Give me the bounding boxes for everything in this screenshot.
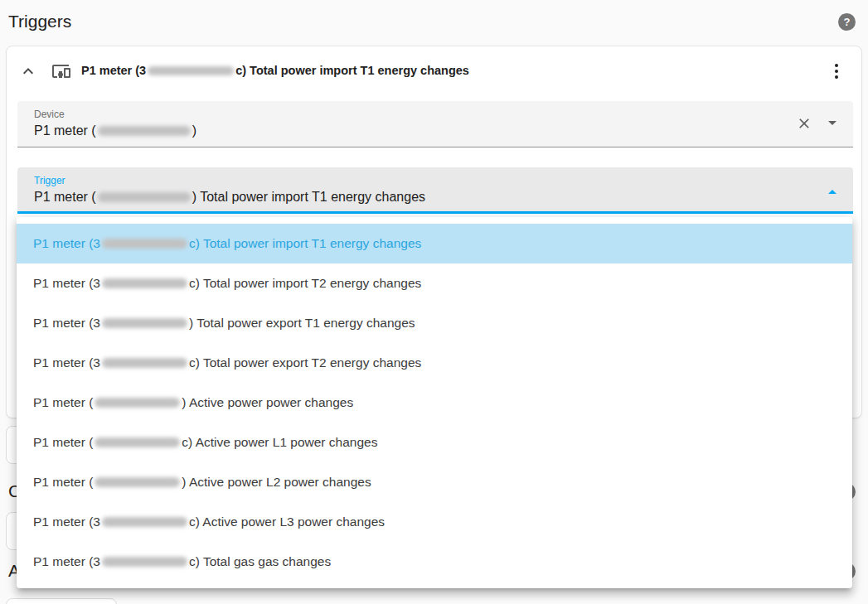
- dropdown-item[interactable]: P1 meter (3c) Total power import T2 ener…: [17, 263, 852, 303]
- close-icon: [796, 115, 812, 132]
- redacted-device-id: [102, 318, 187, 328]
- redacted-device-id: [102, 517, 187, 527]
- devices-icon: [51, 61, 71, 81]
- device-field[interactable]: Device P1 meter (): [17, 101, 853, 147]
- help-icon[interactable]: ?: [838, 13, 856, 31]
- dropdown-item-text-post: c) Total power import T2 energy changes: [189, 276, 421, 291]
- dropdown-item-text-pre: P1 meter (: [33, 435, 93, 450]
- overflow-menu-button[interactable]: [825, 60, 848, 83]
- dropdown-item-text-post: c) Active power L1 power changes: [182, 435, 377, 450]
- trigger-options-dropdown: P1 meter (3c) Total power import T1 ener…: [17, 217, 852, 588]
- clear-device-button[interactable]: [795, 114, 813, 133]
- trigger-field[interactable]: Trigger P1 meter () Total power import T…: [17, 167, 853, 214]
- redacted-device-id: [98, 192, 191, 202]
- kebab-icon: [835, 64, 838, 79]
- dropdown-item-text-post: c) Total power import T1 energy changes: [189, 236, 421, 251]
- redacted-device-id: [148, 66, 234, 75]
- dropdown-item-text-post: c) Total gas gas changes: [189, 554, 331, 569]
- trigger-field-label: Trigger: [34, 175, 65, 186]
- chevron-down-icon[interactable]: [827, 119, 838, 128]
- redacted-device-id: [95, 398, 180, 408]
- page-title: Triggers: [8, 12, 71, 31]
- dropdown-item-text-pre: P1 meter (: [33, 395, 93, 410]
- trigger-field-value: P1 meter () Total power import T1 energy…: [34, 190, 425, 205]
- dropdown-item-text-post: c) Total power export T2 energy changes: [189, 355, 421, 370]
- redacted-device-id: [95, 477, 180, 487]
- redacted-device-id: [98, 126, 191, 136]
- device-field-value: P1 meter (): [34, 123, 196, 138]
- trigger-card-header: P1 meter (3c) Total power import T1 ener…: [7, 55, 861, 91]
- dropdown-item-text-post: ) Total power export T1 energy changes: [189, 316, 415, 331]
- redacted-device-id: [95, 437, 180, 447]
- redacted-device-id: [102, 358, 187, 368]
- dropdown-item[interactable]: P1 meter () Active power L2 power change…: [17, 462, 852, 502]
- add-action-card-partial[interactable]: [6, 598, 117, 604]
- redacted-device-id: [102, 278, 187, 288]
- dropdown-item-text-pre: P1 meter (3: [33, 276, 100, 291]
- redacted-device-id: [102, 557, 187, 567]
- dropdown-item-text-post: c) Active power L3 power changes: [189, 515, 385, 529]
- trigger-card-title: P1 meter (3c) Total power import T1 ener…: [81, 64, 469, 77]
- dropdown-item-text-pre: P1 meter (3: [33, 515, 100, 529]
- chevron-up-icon[interactable]: [827, 187, 838, 196]
- dropdown-item-text-post: ) Active power power changes: [182, 395, 353, 410]
- dropdown-item-text-pre: P1 meter (3: [33, 355, 100, 370]
- dropdown-item[interactable]: P1 meter (3c) Total power export T2 ener…: [17, 343, 852, 383]
- dropdown-item-text-pre: P1 meter (3: [33, 236, 100, 251]
- dropdown-item-text-post: ) Active power L2 power changes: [182, 475, 371, 490]
- dropdown-item[interactable]: P1 meter (c) Active power L1 power chang…: [17, 423, 852, 462]
- dropdown-item[interactable]: P1 meter (3) Total power export T1 energ…: [17, 303, 852, 343]
- dropdown-item-text-pre: P1 meter (3: [33, 554, 100, 569]
- dropdown-item[interactable]: P1 meter (3c) Total power import T1 ener…: [17, 224, 852, 263]
- dropdown-item[interactable]: P1 meter () Active power power changes: [17, 383, 852, 423]
- redacted-device-id: [102, 239, 187, 249]
- dropdown-item[interactable]: P1 meter (3c) Total gas gas changes: [17, 542, 852, 582]
- dropdown-item-text-pre: P1 meter (3: [33, 316, 100, 331]
- dropdown-item-text-pre: P1 meter (: [33, 475, 93, 490]
- dropdown-item[interactable]: P1 meter (3c) Active power L3 power chan…: [17, 502, 852, 542]
- chevron-up-icon: [18, 61, 38, 81]
- device-field-label: Device: [34, 109, 65, 120]
- collapse-button[interactable]: [17, 60, 40, 83]
